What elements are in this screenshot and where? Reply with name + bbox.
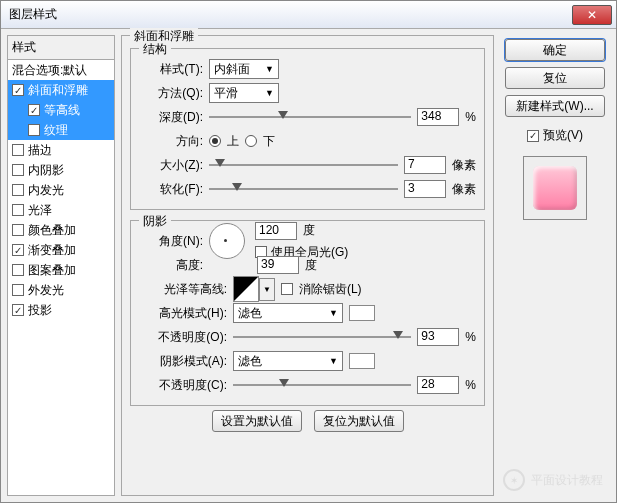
shadow-color-swatch[interactable] [349, 353, 375, 369]
shadow-opacity-label: 不透明度(C): [139, 377, 227, 394]
style-row-4[interactable]: 内阴影 [8, 160, 114, 180]
angle-input[interactable]: 120 [255, 222, 297, 240]
reset-default-button[interactable]: 复位为默认值 [314, 410, 404, 432]
titlebar[interactable]: 图层样式 ✕ [1, 1, 616, 29]
shading-group: 阴影 角度(N): 120 度 使用全局光(G) [130, 220, 485, 406]
style-row-7[interactable]: 颜色叠加 [8, 220, 114, 240]
style-checkbox[interactable] [12, 244, 24, 256]
preview-label: 预览(V) [543, 127, 583, 144]
style-checkbox[interactable] [12, 144, 24, 156]
close-button[interactable]: ✕ [572, 5, 612, 25]
chevron-down-icon[interactable]: ▼ [259, 278, 275, 301]
highlight-color-swatch[interactable] [349, 305, 375, 321]
size-slider[interactable] [209, 157, 398, 173]
new-style-button[interactable]: 新建样式(W)... [505, 95, 605, 117]
highlight-mode-combo[interactable]: 滤色▼ [233, 303, 343, 323]
style-row-10[interactable]: 外发光 [8, 280, 114, 300]
shading-legend: 阴影 [139, 213, 171, 230]
antialias-checkbox[interactable] [281, 283, 293, 295]
style-checkbox[interactable] [12, 284, 24, 296]
style-combo[interactable]: 内斜面▼ [209, 59, 279, 79]
style-row-6[interactable]: 光泽 [8, 200, 114, 220]
highlight-opacity-unit: % [465, 330, 476, 344]
soften-input[interactable]: 3 [404, 180, 446, 198]
style-label: 图案叠加 [28, 262, 76, 279]
style-label: 颜色叠加 [28, 222, 76, 239]
style-label: 描边 [28, 142, 52, 159]
style-checkbox[interactable] [12, 304, 24, 316]
chevron-down-icon: ▼ [265, 88, 274, 98]
technique-label: 方法(Q): [139, 85, 203, 102]
style-row-0[interactable]: 斜面和浮雕 [8, 80, 114, 100]
make-default-button[interactable]: 设置为默认值 [212, 410, 302, 432]
style-row-3[interactable]: 描边 [8, 140, 114, 160]
size-unit: 像素 [452, 157, 476, 174]
soften-slider[interactable] [209, 181, 398, 197]
layer-style-dialog: 图层样式 ✕ 样式 混合选项:默认 斜面和浮雕等高线纹理描边内阴影内发光光泽颜色… [0, 0, 617, 503]
highlight-opacity-input[interactable]: 93 [417, 328, 459, 346]
style-label: 外发光 [28, 282, 64, 299]
angle-label: 角度(N): [139, 233, 203, 250]
shadow-opacity-slider[interactable] [233, 377, 411, 393]
style-label: 渐变叠加 [28, 242, 76, 259]
style-checkbox[interactable] [12, 224, 24, 236]
highlight-opacity-slider[interactable] [233, 329, 411, 345]
style-label: 光泽 [28, 202, 52, 219]
preview-checkbox[interactable] [527, 130, 539, 142]
style-row-5[interactable]: 内发光 [8, 180, 114, 200]
style-checkbox[interactable] [12, 264, 24, 276]
styles-list: 混合选项:默认 斜面和浮雕等高线纹理描边内阴影内发光光泽颜色叠加渐变叠加图案叠加… [7, 59, 115, 496]
style-row-8[interactable]: 渐变叠加 [8, 240, 114, 260]
depth-unit: % [465, 110, 476, 124]
chevron-down-icon: ▼ [265, 64, 274, 74]
preview-swatch [533, 166, 577, 210]
structure-group: 结构 样式(T): 内斜面▼ 方法(Q): 平滑▼ 深度(D): 348 % [130, 48, 485, 210]
depth-label: 深度(D): [139, 109, 203, 126]
style-label: 投影 [28, 302, 52, 319]
ok-button[interactable]: 确定 [505, 39, 605, 61]
style-checkbox[interactable] [28, 104, 40, 116]
shadow-mode-label: 阴影模式(A): [139, 353, 227, 370]
shadow-opacity-unit: % [465, 378, 476, 392]
shadow-mode-combo[interactable]: 滤色▼ [233, 351, 343, 371]
antialias-label: 消除锯齿(L) [299, 281, 362, 298]
style-label: 斜面和浮雕 [28, 82, 88, 99]
angle-unit: 度 [303, 222, 315, 239]
style-row-2[interactable]: 纹理 [8, 120, 114, 140]
blending-options-row[interactable]: 混合选项:默认 [8, 60, 114, 80]
altitude-label: 高度: [139, 257, 203, 274]
style-checkbox[interactable] [12, 164, 24, 176]
chevron-down-icon: ▼ [329, 356, 338, 366]
gloss-contour-label: 光泽等高线: [139, 281, 227, 298]
shadow-opacity-input[interactable]: 28 [417, 376, 459, 394]
style-checkbox[interactable] [12, 84, 24, 96]
style-row-11[interactable]: 投影 [8, 300, 114, 320]
direction-label: 方向: [139, 133, 203, 150]
size-input[interactable]: 7 [404, 156, 446, 174]
window-buttons: ✕ [572, 5, 612, 25]
highlight-opacity-label: 不透明度(O): [139, 329, 227, 346]
cancel-button[interactable]: 复位 [505, 67, 605, 89]
depth-slider[interactable] [209, 109, 411, 125]
style-label: 样式(T): [139, 61, 203, 78]
altitude-input[interactable]: 39 [257, 256, 299, 274]
angle-control[interactable] [209, 223, 245, 259]
style-checkbox[interactable] [12, 184, 24, 196]
style-row-1[interactable]: 等高线 [8, 100, 114, 120]
depth-input[interactable]: 348 [417, 108, 459, 126]
bevel-emboss-group: 斜面和浮雕 结构 样式(T): 内斜面▼ 方法(Q): 平滑▼ 深度(D): [121, 35, 494, 496]
style-row-9[interactable]: 图案叠加 [8, 260, 114, 280]
dialog-body: 样式 混合选项:默认 斜面和浮雕等高线纹理描边内阴影内发光光泽颜色叠加渐变叠加图… [1, 29, 616, 502]
gloss-contour-picker[interactable] [233, 276, 259, 302]
direction-up-radio[interactable] [209, 135, 221, 147]
soften-unit: 像素 [452, 181, 476, 198]
style-checkbox[interactable] [28, 124, 40, 136]
direction-down-radio[interactable] [245, 135, 257, 147]
technique-combo[interactable]: 平滑▼ [209, 83, 279, 103]
structure-legend: 结构 [139, 41, 171, 58]
size-label: 大小(Z): [139, 157, 203, 174]
chevron-down-icon: ▼ [329, 308, 338, 318]
style-label: 纹理 [44, 122, 68, 139]
blending-label: 混合选项:默认 [12, 62, 87, 79]
style-checkbox[interactable] [12, 204, 24, 216]
